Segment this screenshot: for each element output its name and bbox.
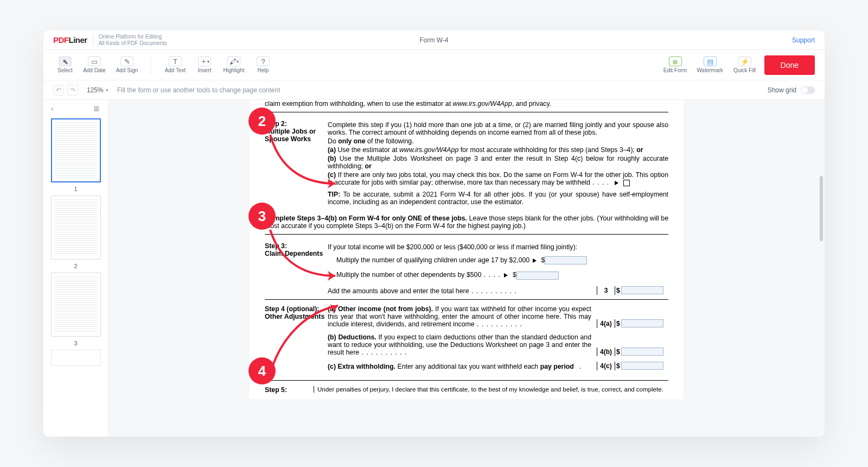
logo: PDFLiner [53,35,87,45]
toolbar: ⬉ Select ▭ Add Date ✎ Add Sign T Add Tex… [43,50,825,80]
step-4a-cells: 4(a) $ [597,319,668,328]
select-tool[interactable]: ⬉ Select [53,53,77,77]
thumbnail-label-1: 1 [74,186,77,192]
thumbnail-page-4[interactable] [51,350,101,366]
add-text-tool[interactable]: T Add Text [160,53,190,77]
plus-icon: ＋▾ [198,56,211,66]
step-2-tip-text: To be accurate, submit a 2021 Form W-4 f… [328,191,668,206]
document-canvas[interactable]: 2 3 4 claim exemption from wi [108,100,825,437]
undo-button[interactable]: ↶ [53,85,64,96]
step-2-do: Do only one of the following. [328,137,668,145]
step-2-b-text: Use the Multiple Jobs Worksheet on page … [328,155,668,170]
highlight-tool[interactable]: 🖍▾ Highlight [219,53,249,77]
thumbs-options-icon[interactable]: 🗎 [93,104,100,113]
redo-button[interactable]: ↷ [67,85,78,96]
add-sign-tool[interactable]: ✎ Add Sign [112,53,142,77]
step-2-b-or: or [365,162,371,170]
cell-4b-label: 4(b) [597,348,615,356]
tagline-1: Online Platform for Editing [99,34,167,40]
step-4b-field[interactable] [621,348,663,356]
step-4b-cells: 4(b) $ [597,348,668,356]
support-link[interactable]: Support [792,36,815,44]
intro-tail: , and privacy. [512,100,551,108]
dollar-sign-1: $ [541,256,545,264]
add-sign-label: Add Sign [116,67,138,73]
cursor-icon: ⬉ [59,56,72,66]
second-toolbar: ↶ ↷ 125% ▾ Fill the form or use another … [43,80,825,100]
step-3-total-field[interactable] [621,286,663,294]
step-2-a-tail: for most accurate withholding for this s… [458,146,636,154]
dots-leader-3 [469,287,516,295]
step-4c-body: (c) Extra withholding. Enter any additio… [328,363,597,370]
tool-group-edit: T Add Text ＋▾ Insert 🖍▾ Highlight ? Help [160,53,275,77]
step-4c-text: Enter any additional tax you want withhe… [395,363,540,370]
zoom-dropdown[interactable]: 125% ▾ [87,86,108,94]
help-label: Help [258,67,269,73]
step-4a-field[interactable] [621,319,663,327]
step-3-total-body: Add the amounts above and enter the tota… [328,287,597,295]
triangle-icon-3 [504,273,508,277]
step-4b-row: (b) Deductions. If you expect to claim d… [328,333,668,356]
toolbar-hint: Fill the form or use another tools to ch… [117,86,280,94]
step-3-total-row: Add the amounts above and enter the tota… [328,286,668,295]
toolbar-divider-1 [151,55,151,75]
done-button[interactable]: Done [764,55,815,75]
step-3-line-1: Multiply the number of qualifying childr… [328,256,668,264]
annotation-circle-2: 2 [248,108,276,135]
show-grid-toggle[interactable] [801,86,815,94]
step-4b-body: (b) Deductions. If you expect to claim d… [328,333,597,356]
dots-leader-4 [475,320,522,328]
divider-line-1 [265,112,668,112]
divider-line-3 [265,299,668,300]
step-3-field-children[interactable] [545,256,587,264]
dollar-sign-3: $ [616,287,620,294]
back-icon[interactable]: ‹ [51,104,54,113]
header: PDFLiner Online Platform for Editing All… [43,30,825,50]
step-2-a-or: or [636,146,643,154]
thumbnail-page-1[interactable] [51,118,101,182]
help-tool[interactable]: ? Help [251,53,275,77]
triangle-icon-1 [615,181,618,185]
show-grid-control: Show grid [768,86,815,94]
step-3-field-others[interactable] [516,272,559,280]
step-2-opt-c: (c) If there are only two jobs total, yo… [328,171,668,186]
scrollbar-thumb[interactable] [820,176,823,241]
dots-leader-2 [481,271,503,279]
brand-separator [93,34,93,46]
dollar-sign-6: $ [616,362,620,370]
zoom-value: 125% [87,86,104,94]
step-4c-field[interactable] [621,362,663,370]
edit-form-label: Edit Form [663,67,687,73]
insert-tool[interactable]: ＋▾ Insert [193,53,216,77]
dollar-sign-4: $ [616,320,620,327]
cell-4c-label: 4(c) [597,362,615,370]
vertical-scrollbar[interactable] [818,100,825,437]
intro-url: www.irs.gov/W4App [453,100,512,108]
highlight-label: Highlight [224,67,245,73]
step-2-do-post: of the following. [366,137,414,145]
step-4a-bold: Other income (not from jobs). [338,305,433,313]
quick-fill-icon: ⚡ [738,56,751,66]
step-3-l1-text: Multiply the number of qualifying childr… [336,256,532,264]
thumbnail-page-2[interactable] [51,195,101,260]
thumbnail-page-3[interactable] [51,273,101,337]
edit-form-icon: ≣ [669,56,682,66]
cell-4b-value: $ [615,348,668,356]
logo-red: PDF [53,35,69,45]
watermark-tool[interactable]: ▤ Watermark [695,53,725,77]
step-4-body: (a) Other income (not from jobs). If you… [328,305,668,370]
add-date-tool[interactable]: ▭ Add Date [79,53,110,77]
signature-icon: ✎ [120,56,133,66]
edit-form-tool[interactable]: ≣ Edit Form [660,53,691,77]
logo-rest: Liner [69,35,87,45]
quick-fill-tool[interactable]: ⚡ Quick Fill [730,53,760,77]
insert-label: Insert [197,67,211,73]
annotation-circle-3: 3 [248,203,276,230]
step-3-l3-text: Add the amounts above and enter the tota… [328,287,469,295]
step-2-p1: Complete this step if you (1) hold more … [328,121,668,136]
tool-group-main: ⬉ Select ▭ Add Date ✎ Add Sign [53,53,142,77]
dots-leader-5 [359,349,407,356]
step-2-tip: TIP: To be accurate, submit a 2021 Form … [328,191,668,206]
step-5-text: Under penalties of perjury, I declare th… [314,386,668,393]
step-2c-checkbox[interactable] [623,180,630,186]
